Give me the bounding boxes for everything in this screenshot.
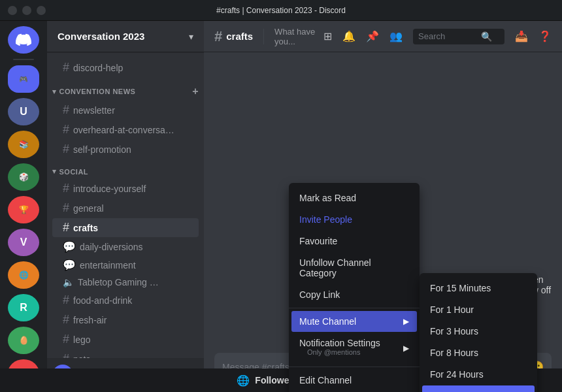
context-mark-read[interactable]: Mark as Read [291, 188, 417, 208]
context-divider-2 [289, 367, 420, 367]
context-notification-settings[interactable]: Notification Settings Only @mentions ▶ [291, 333, 417, 364]
channel-item-discord-help[interactable]: # discord-help [52, 58, 199, 77]
hash-icon: # [63, 182, 69, 195]
server-sidebar: 🎮 U 📚 🎲 🏆 V 🌐 R 🥚 📁 [0, 21, 47, 392]
channel-item-pets[interactable]: # pets [52, 350, 199, 358]
channel-item-self-promotion[interactable]: # self-promotion [52, 140, 199, 159]
hash-icon: # [63, 352, 69, 358]
topbar-channel: # crafts [214, 28, 253, 45]
channel-item-food-and-drink[interactable]: # food-and-drink [52, 291, 199, 310]
server-icon-6[interactable]: V [8, 229, 39, 256]
close-button[interactable] [37, 6, 46, 15]
submenu-arrow-icon: ▶ [403, 317, 409, 326]
notif-settings-label: Notification Settings [299, 338, 380, 348]
context-divider-1 [289, 308, 420, 308]
mute-15-minutes[interactable]: For 15 Minutes [422, 278, 535, 299]
server-icon-7[interactable]: 🌐 [8, 261, 39, 289]
hash-icon: # [63, 123, 69, 137]
category-label: CONVENTION NEWS [59, 88, 136, 95]
context-mute-channel[interactable]: Mute Channel ▶ [291, 311, 417, 332]
channel-item-introduce-yourself[interactable]: # introduce-yourself [52, 179, 199, 198]
channel-item-fresh-air[interactable]: # fresh-air [52, 310, 199, 329]
chat-area: t have you been making? Show off your Ma… [204, 52, 562, 353]
channel-item-overheard[interactable]: # overheard-at-conversa… [52, 120, 199, 139]
channel-name: introduce-yourself [73, 184, 146, 194]
search-icon: 🔍 [481, 31, 492, 42]
server-icon-3[interactable]: 📚 [8, 131, 39, 158]
category-convention-news[interactable]: ▾ CONVENTION NEWS + [47, 78, 204, 100]
mute-3-hours[interactable]: For 3 Hours [422, 321, 535, 342]
notification-icon[interactable]: 🔔 [342, 30, 355, 42]
server-header[interactable]: Conversation 2023 ▾ [47, 21, 204, 52]
server-icon-4[interactable]: 🎲 [8, 163, 39, 191]
window-title: #crafts | Conversation 2023 - Discord [47, 6, 515, 15]
voice-icon: 🔈 [63, 277, 74, 287]
context-edit-channel[interactable]: Edit Channel [291, 370, 417, 391]
context-invite-people[interactable]: Invite People [291, 209, 417, 230]
search-input[interactable] [418, 31, 477, 41]
channel-item-crafts[interactable]: # crafts [52, 218, 199, 237]
hash-icon: # [63, 313, 69, 327]
search-bar[interactable]: 🔍 [413, 29, 504, 44]
channel-item-lego[interactable]: # lego [52, 330, 199, 349]
channel-name: entertainment [80, 260, 136, 270]
hash-icon: # [63, 333, 69, 346]
mute-8-hours[interactable]: For 8 Hours [422, 342, 535, 363]
context-favourite[interactable]: Favourite [291, 231, 417, 252]
discord-home-button[interactable] [8, 26, 39, 54]
hash-icon: # [63, 201, 69, 215]
hash-icon: # [63, 142, 69, 156]
server-icon-9[interactable]: 🥚 [8, 327, 39, 354]
pin-icon[interactable]: 📌 [366, 30, 379, 42]
hash-icon: # [63, 293, 69, 307]
minimize-button[interactable] [8, 6, 17, 15]
channel-name: daily-diversions [80, 242, 142, 252]
mute-forever[interactable]: Until I turn it back on [422, 385, 535, 392]
topbar-description: What have you... [274, 27, 316, 46]
mute-1-hour[interactable]: For 1 Hour [422, 299, 535, 320]
category-social[interactable]: ▾ SOCIAL [47, 159, 204, 178]
server-icon-2[interactable]: U [8, 98, 39, 125]
submenu-arrow-icon-notif: ▶ [403, 344, 409, 353]
server-divider [13, 59, 34, 60]
globe-icon: 🌐 [237, 374, 250, 387]
channel-item-general[interactable]: # general [52, 199, 199, 218]
app-container: 🎮 U 📚 🎲 🏆 V 🌐 R 🥚 📁 Con [0, 21, 562, 392]
channel-item-daily-diversions[interactable]: 💬 daily-diversions [52, 238, 199, 255]
context-unfollow-category[interactable]: Unfollow Channel Category [291, 252, 417, 284]
server-dropdown-icon[interactable]: ▾ [189, 31, 193, 42]
channel-name: crafts [73, 223, 98, 233]
topbar-hash-icon: # [214, 28, 222, 45]
mute-24-hours[interactable]: For 24 Hours [422, 364, 535, 385]
hash-icon: # [63, 221, 69, 235]
topbar-divider [263, 29, 264, 44]
channel-item-entertainment[interactable]: 💬 entertainment [52, 256, 199, 274]
channel-name: fresh-air [73, 315, 107, 325]
channel-name: Tabletop Gaming … [78, 277, 159, 287]
help-icon[interactable]: ❓ [538, 30, 552, 42]
topbar-channel-name: crafts [226, 31, 253, 42]
maximize-button[interactable] [22, 6, 31, 15]
forum-icon: 💬 [63, 259, 76, 271]
server-icon-5[interactable]: 🏆 [8, 196, 39, 223]
title-bar: #crafts | Conversation 2023 - Discord [0, 0, 562, 21]
channel-sidebar: Conversation 2023 ▾ # discord-help ▾ CON… [47, 21, 204, 392]
category-label: SOCIAL [59, 168, 89, 176]
channel-name: self-promotion [73, 144, 131, 155]
hash-icon: # [63, 103, 69, 117]
channel-list: # discord-help ▾ CONVENTION NEWS + # new… [47, 52, 204, 358]
topbar: # crafts What have you... ⊞ 🔔 📌 👥 🔍 📥 ❓ [204, 21, 562, 52]
channel-name: discord-help [73, 63, 123, 73]
add-channel-icon[interactable]: + [192, 86, 199, 97]
members-icon[interactable]: 👥 [389, 30, 403, 42]
context-copy-link[interactable]: Copy Link [291, 284, 417, 305]
topbar-icons: ⊞ 🔔 📌 👥 🔍 📥 ❓ [323, 29, 552, 44]
channel-item-tabletop-gaming[interactable]: 🔈 Tabletop Gaming … [52, 274, 199, 290]
channel-item-newsletter[interactable]: # newsletter [52, 101, 199, 120]
server-icon-8[interactable]: R [8, 294, 39, 321]
hash-threads-icon[interactable]: ⊞ [323, 30, 332, 42]
server-icon-1[interactable]: 🎮 [8, 65, 39, 93]
channel-name: food-and-drink [73, 295, 132, 306]
inbox-icon[interactable]: 📥 [515, 30, 528, 42]
forum-icon: 💬 [63, 240, 76, 253]
